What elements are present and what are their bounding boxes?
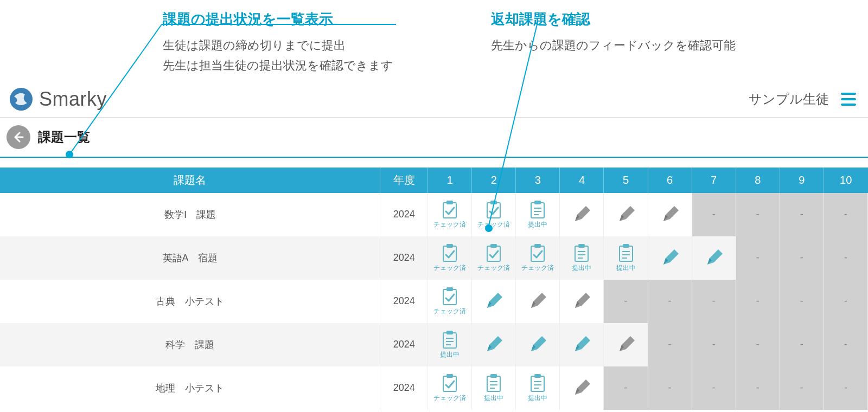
status-cell[interactable]: チェック済 xyxy=(428,280,472,323)
status-label: 提出中 xyxy=(528,220,547,229)
assignment-year: 2024 xyxy=(380,236,428,280)
annotations: 課題の提出状況を一覧表示 生徒は課題の締め切りまでに提出 先生は担当生徒の提出状… xyxy=(0,0,868,81)
col-header-5: 5 xyxy=(604,168,648,193)
status-cell[interactable] xyxy=(648,236,692,280)
status-cell: - xyxy=(604,280,648,323)
edit-pencil-icon[interactable] xyxy=(518,335,557,355)
menu-icon[interactable] xyxy=(841,93,856,106)
assignment-name[interactable]: 英語A 宿題 xyxy=(0,236,380,280)
status-cell[interactable] xyxy=(560,280,604,323)
status-cell[interactable]: チェック済 xyxy=(428,366,472,410)
status-submitting-icon[interactable]: 提出中 xyxy=(518,373,557,403)
table-row: 古典 小テスト2024 チェック済 ------ xyxy=(0,280,868,323)
status-cell: - xyxy=(736,280,780,323)
status-cell: - xyxy=(780,280,824,323)
annotation-left-body1: 生徒は課題の締め切りまでに提出 xyxy=(163,35,393,55)
status-label: 提出中 xyxy=(572,263,591,273)
status-label: チェック済 xyxy=(433,394,466,403)
annotation-right: 返却課題を確認 先生からの課題のフィードバックを確認可能 xyxy=(491,10,736,76)
col-header-6: 6 xyxy=(648,168,692,193)
status-cell[interactable]: 提出中 xyxy=(516,366,560,410)
status-cell[interactable]: 提出中 xyxy=(472,366,516,410)
status-cell[interactable] xyxy=(472,323,516,366)
annotation-left-title: 課題の提出状況を一覧表示 xyxy=(163,10,393,29)
annotation-left-body2: 先生は担当生徒の提出状況を確認できます xyxy=(163,55,393,75)
edit-pencil-disabled-icon[interactable] xyxy=(562,292,601,311)
assignment-year: 2024 xyxy=(380,323,428,366)
col-header-3: 3 xyxy=(516,168,560,193)
assignment-name[interactable]: 古典 小テスト xyxy=(0,280,380,323)
status-cell[interactable]: 提出中 xyxy=(560,236,604,280)
status-label: 提出中 xyxy=(484,394,503,403)
status-label: チェック済 xyxy=(433,307,466,316)
col-header-9: 9 xyxy=(780,168,824,193)
edit-pencil-icon[interactable] xyxy=(562,335,601,355)
status-checked-icon[interactable]: チェック済 xyxy=(430,286,469,316)
annotation-right-title: 返却課題を確認 xyxy=(491,10,736,29)
status-cell: - xyxy=(692,323,736,366)
status-cell[interactable]: チェック済 xyxy=(472,193,516,236)
logo-icon xyxy=(9,87,34,112)
status-cell: - xyxy=(780,323,824,366)
status-cell[interactable]: チェック済 xyxy=(516,236,560,280)
status-cell[interactable] xyxy=(560,323,604,366)
assignment-name[interactable]: 科学 課題 xyxy=(0,323,380,366)
assignment-name[interactable]: 地理 小テスト xyxy=(0,366,380,410)
edit-pencil-disabled-icon[interactable] xyxy=(650,205,690,224)
status-submitting-icon[interactable]: 提出中 xyxy=(430,330,469,359)
status-cell: - xyxy=(692,366,736,410)
status-cell[interactable]: チェック済 xyxy=(428,193,472,236)
table-row: 数学Ⅰ 課題2024 チェック済 チェック済 提出中 ---- xyxy=(0,193,868,236)
status-cell[interactable] xyxy=(516,280,560,323)
status-submitting-icon[interactable]: 提出中 xyxy=(474,373,513,403)
table-row: 科学 課題2024 提出中 ----- xyxy=(0,323,868,366)
status-cell[interactable] xyxy=(472,280,516,323)
status-checked-icon[interactable]: チェック済 xyxy=(474,243,513,273)
status-cell[interactable] xyxy=(648,193,692,236)
assignment-name[interactable]: 数学Ⅰ 課題 xyxy=(0,193,380,236)
status-cell[interactable] xyxy=(604,193,648,236)
logo[interactable]: Smarky xyxy=(9,87,107,112)
status-cell[interactable] xyxy=(692,236,736,280)
status-cell: - xyxy=(604,366,648,410)
header-right: サンプル生徒 xyxy=(749,91,856,108)
status-cell[interactable]: チェック済 xyxy=(472,236,516,280)
status-cell[interactable]: 提出中 xyxy=(428,323,472,366)
status-checked-icon[interactable]: チェック済 xyxy=(430,373,469,403)
status-cell[interactable]: チェック済 xyxy=(428,236,472,280)
status-cell[interactable] xyxy=(604,323,648,366)
edit-pencil-icon[interactable] xyxy=(474,292,513,311)
edit-pencil-disabled-icon[interactable] xyxy=(562,205,601,224)
status-cell[interactable] xyxy=(516,323,560,366)
page-title: 課題一覧 xyxy=(38,128,90,146)
edit-pencil-disabled-icon[interactable] xyxy=(606,335,645,355)
status-checked-icon[interactable]: チェック済 xyxy=(430,199,469,229)
back-button[interactable] xyxy=(7,125,30,149)
status-cell[interactable]: 提出中 xyxy=(516,193,560,236)
status-cell: - xyxy=(736,236,780,280)
status-cell[interactable]: 提出中 xyxy=(604,236,648,280)
assignment-year: 2024 xyxy=(380,193,428,236)
assignments-table: 課題名 年度 1 2 3 4 5 6 7 8 9 10 数学Ⅰ 課題2024 チ… xyxy=(0,168,868,410)
edit-pencil-disabled-icon[interactable] xyxy=(562,378,601,398)
status-cell[interactable] xyxy=(560,366,604,410)
edit-pencil-icon[interactable] xyxy=(694,248,733,268)
status-cell[interactable] xyxy=(560,193,604,236)
col-header-8: 8 xyxy=(736,168,780,193)
status-checked-icon[interactable]: チェック済 xyxy=(430,243,469,273)
status-label: チェック済 xyxy=(477,220,510,229)
status-submitting-icon[interactable]: 提出中 xyxy=(606,243,645,273)
status-checked-icon[interactable]: チェック済 xyxy=(474,199,513,229)
table-row: 英語A 宿題2024 チェック済 チェック済 チェック済 提出中 提出中 --- xyxy=(0,236,868,280)
annotation-right-body1: 先生からの課題のフィードバックを確認可能 xyxy=(491,35,736,55)
status-cell: - xyxy=(780,236,824,280)
status-checked-icon[interactable]: チェック済 xyxy=(518,243,557,273)
app-name: Smarky xyxy=(39,88,107,111)
edit-pencil-icon[interactable] xyxy=(650,248,690,268)
status-submitting-icon[interactable]: 提出中 xyxy=(518,199,557,229)
edit-pencil-icon[interactable] xyxy=(474,335,513,355)
status-label: 提出中 xyxy=(440,350,459,359)
edit-pencil-disabled-icon[interactable] xyxy=(606,205,645,224)
status-submitting-icon[interactable]: 提出中 xyxy=(562,243,601,273)
edit-pencil-disabled-icon[interactable] xyxy=(518,292,557,311)
